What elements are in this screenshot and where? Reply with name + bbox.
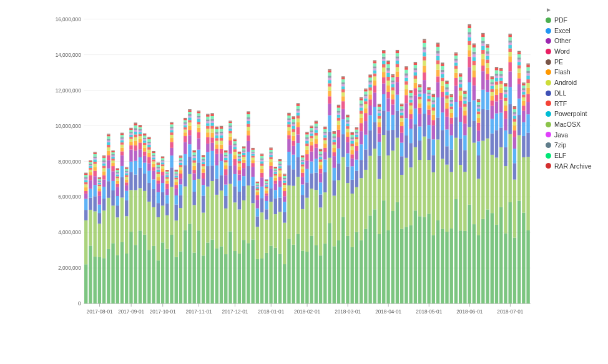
svg-rect-667 [278,187,282,198]
svg-rect-1285 [463,111,466,116]
svg-rect-78 [98,177,101,178]
svg-rect-1299 [468,57,471,67]
svg-rect-1006 [378,107,381,109]
svg-rect-1334 [477,107,480,109]
svg-rect-643 [269,155,272,157]
svg-rect-416 [202,166,205,169]
svg-rect-320 [175,220,178,257]
svg-rect-671 [278,170,282,173]
svg-rect-442 [210,151,213,165]
svg-rect-620 [265,220,268,253]
svg-rect-819 [323,148,326,152]
svg-rect-1502 [526,65,529,67]
svg-rect-271 [157,165,160,167]
svg-rect-863 [337,137,340,149]
svg-rect-900 [346,120,349,122]
svg-rect-40 [89,172,92,175]
svg-rect-326 [175,179,178,182]
svg-rect-1297 [468,82,471,102]
svg-text:2017-12-01: 2017-12-01 [222,308,248,315]
svg-text:4,000,000: 4,000,000 [58,229,81,236]
svg-rect-74 [98,182,101,183]
svg-rect-825 [323,132,326,134]
svg-rect-181 [129,130,132,132]
svg-rect-1445 [513,180,516,238]
svg-rect-1331 [477,114,480,118]
svg-rect-1279 [463,231,466,303]
svg-rect-593 [256,200,259,209]
svg-rect-980 [373,149,376,209]
svg-rect-1008 [378,104,381,104]
svg-rect-127 [116,196,119,205]
svg-text:2017-11-01: 2017-11-01 [186,308,212,315]
svg-rect-1022 [382,51,385,54]
svg-rect-517 [233,174,237,186]
svg-rect-1146 [423,114,426,137]
svg-rect-813 [319,149,322,150]
svg-rect-730 [297,122,300,127]
svg-rect-1240 [449,113,453,118]
svg-rect-663 [274,167,277,167]
svg-rect-699 [287,135,290,139]
svg-rect-840 [328,76,331,77]
svg-rect-1364 [486,54,489,56]
svg-rect-161 [125,177,128,179]
svg-rect-872 [337,106,340,107]
svg-rect-126 [116,205,119,217]
svg-rect-1463 [517,84,521,99]
svg-rect-83 [102,180,105,187]
svg-rect-1476 [522,136,525,157]
svg-rect-1352 [481,34,484,37]
svg-rect-1402 [499,112,503,127]
svg-rect-923 [355,151,358,160]
svg-rect-745 [301,169,304,173]
svg-rect-1078 [400,112,403,115]
svg-rect-1109 [409,98,412,100]
svg-rect-533 [238,175,241,181]
svg-rect-1011 [382,111,385,135]
svg-rect-1321 [473,47,476,52]
svg-rect-1429 [508,202,511,303]
svg-rect-1117 [414,109,417,124]
svg-rect-1083 [400,104,403,104]
svg-rect-1023 [382,50,385,51]
legend-color [546,153,551,159]
svg-rect-670 [278,173,282,177]
svg-rect-356 [184,130,187,133]
svg-rect-851 [333,145,336,148]
svg-rect-363 [184,118,187,119]
svg-rect-974 [368,82,371,84]
svg-rect-534 [238,170,241,174]
svg-rect-1088 [405,103,408,118]
svg-rect-155 [125,216,128,253]
svg-rect-850 [333,148,336,152]
svg-rect-589 [256,259,259,303]
svg-rect-312 [170,132,173,135]
svg-rect-879 [341,101,345,109]
svg-rect-1241 [449,109,453,113]
svg-rect-163 [125,173,128,175]
svg-rect-210 [139,129,142,130]
svg-text:0: 0 [78,300,81,307]
svg-rect-777 [310,136,313,139]
svg-rect-566 [247,127,250,130]
svg-rect-419 [202,160,205,162]
svg-rect-1160 [427,160,430,214]
svg-rect-1224 [445,109,448,117]
svg-rect-1416 [504,147,507,166]
svg-rect-260 [157,217,160,260]
svg-rect-1111 [409,93,412,96]
svg-rect-357 [184,127,187,129]
svg-rect-1407 [499,81,503,84]
svg-rect-586 [251,150,254,152]
svg-rect-953 [364,121,367,135]
svg-rect-805 [319,165,322,169]
svg-rect-694 [287,239,290,303]
svg-rect-1494 [526,94,529,102]
svg-rect-1060 [396,71,399,77]
svg-rect-525 [233,144,237,145]
svg-rect-1432 [508,87,511,104]
svg-rect-1381 [491,79,494,82]
svg-rect-627 [265,187,268,189]
svg-rect-1395 [495,74,498,76]
